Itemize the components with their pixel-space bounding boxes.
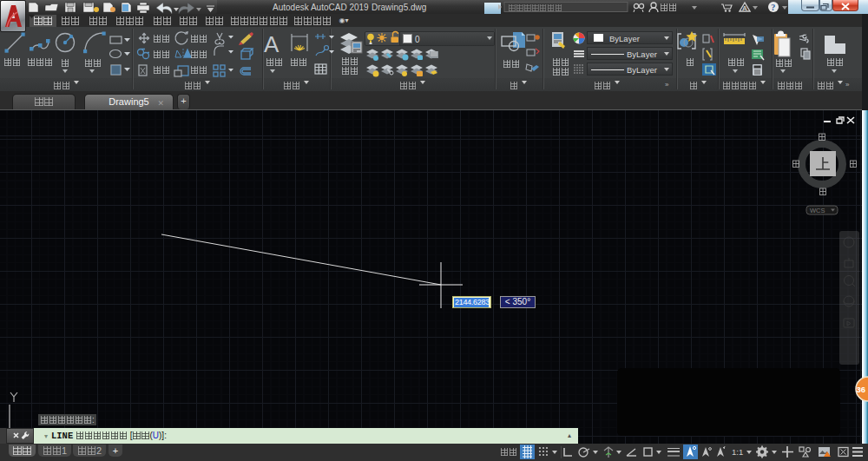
svg-text:A: A (264, 31, 279, 57)
svg-text:36: 36 (857, 385, 866, 394)
svg-text:WCS: WCS (810, 207, 825, 214)
svg-text:?: ? (771, 3, 775, 12)
svg-text:A: A (742, 4, 747, 12)
svg-text:1:1: 1:1 (732, 447, 743, 457)
